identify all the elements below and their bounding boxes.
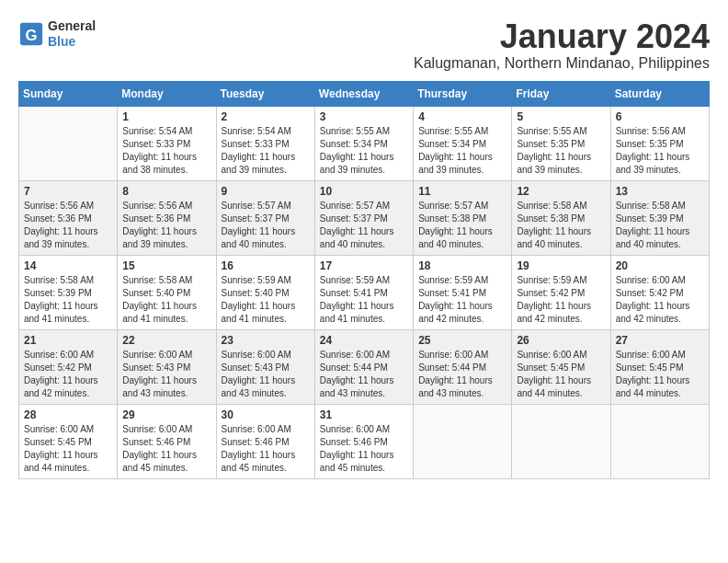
day-detail: Sunrise: 5:54 AMSunset: 5:33 PMDaylight:… (222, 125, 310, 177)
day-number: 15 (122, 259, 210, 272)
day-number: 8 (122, 185, 210, 198)
calendar-cell (512, 404, 610, 478)
calendar-week-row: 7Sunrise: 5:56 AMSunset: 5:36 PMDaylight… (19, 180, 710, 255)
day-detail: Sunrise: 6:00 AMSunset: 5:44 PMDaylight:… (418, 349, 506, 400)
logo-general: General (48, 18, 96, 34)
calendar-table: SundayMondayTuesdayWednesdayThursdayFrid… (18, 81, 710, 479)
day-detail: Sunrise: 5:58 AMSunset: 5:40 PMDaylight:… (122, 274, 210, 326)
calendar-cell: 30Sunrise: 6:00 AMSunset: 5:46 PMDayligh… (216, 404, 314, 478)
day-number: 16 (222, 259, 310, 272)
day-detail: Sunrise: 6:00 AMSunset: 5:45 PMDaylight:… (24, 423, 112, 475)
calendar-cell: 21Sunrise: 6:00 AMSunset: 5:42 PMDayligh… (19, 329, 118, 404)
day-detail: Sunrise: 5:58 AMSunset: 5:39 PMDaylight:… (616, 200, 704, 251)
calendar-cell: 29Sunrise: 6:00 AMSunset: 5:46 PMDayligh… (118, 404, 216, 478)
svg-text:G: G (25, 26, 37, 43)
calendar-cell (610, 404, 709, 478)
page-header: G General Blue January 2024 Kalugmanan, … (18, 18, 710, 72)
day-number: 9 (222, 185, 310, 198)
calendar-cell: 20Sunrise: 6:00 AMSunset: 5:42 PMDayligh… (610, 255, 709, 329)
calendar-cell: 31Sunrise: 6:00 AMSunset: 5:46 PMDayligh… (314, 404, 413, 478)
calendar-cell: 28Sunrise: 6:00 AMSunset: 5:45 PMDayligh… (19, 404, 118, 478)
day-detail: Sunrise: 5:57 AMSunset: 5:38 PMDaylight:… (418, 200, 506, 251)
day-number: 10 (320, 185, 408, 198)
calendar-cell: 7Sunrise: 5:56 AMSunset: 5:36 PMDaylight… (19, 180, 118, 255)
calendar-cell (19, 106, 118, 180)
calendar-subtitle: Kalugmanan, Northern Mindanao, Philippin… (414, 55, 710, 72)
day-detail: Sunrise: 6:00 AMSunset: 5:46 PMDaylight:… (122, 423, 210, 475)
day-number: 4 (418, 110, 506, 123)
calendar-cell: 22Sunrise: 6:00 AMSunset: 5:43 PMDayligh… (118, 329, 216, 404)
header-day-tuesday: Tuesday (216, 81, 314, 106)
day-detail: Sunrise: 5:56 AMSunset: 5:36 PMDaylight:… (24, 200, 112, 251)
day-number: 7 (24, 185, 112, 198)
day-number: 18 (418, 259, 506, 272)
day-number: 12 (517, 185, 605, 198)
header-day-monday: Monday (118, 81, 216, 106)
calendar-cell: 18Sunrise: 5:59 AMSunset: 5:41 PMDayligh… (414, 255, 512, 329)
calendar-cell: 15Sunrise: 5:58 AMSunset: 5:40 PMDayligh… (118, 255, 216, 329)
day-detail: Sunrise: 5:57 AMSunset: 5:37 PMDaylight:… (320, 200, 408, 251)
day-number: 17 (320, 259, 408, 272)
calendar-week-row: 21Sunrise: 6:00 AMSunset: 5:42 PMDayligh… (19, 329, 710, 404)
day-number: 23 (222, 334, 310, 347)
day-detail: Sunrise: 5:59 AMSunset: 5:42 PMDaylight:… (517, 274, 605, 326)
calendar-cell: 23Sunrise: 6:00 AMSunset: 5:43 PMDayligh… (216, 329, 314, 404)
calendar-cell: 4Sunrise: 5:55 AMSunset: 5:34 PMDaylight… (414, 106, 512, 180)
day-detail: Sunrise: 5:55 AMSunset: 5:34 PMDaylight:… (320, 125, 408, 177)
day-number: 29 (122, 408, 210, 421)
day-detail: Sunrise: 6:00 AMSunset: 5:46 PMDaylight:… (222, 423, 310, 475)
day-number: 14 (24, 259, 112, 272)
day-number: 22 (122, 334, 210, 347)
day-detail: Sunrise: 6:00 AMSunset: 5:42 PMDaylight:… (616, 274, 704, 326)
calendar-cell (414, 404, 512, 478)
logo-icon: G (18, 21, 44, 47)
day-detail: Sunrise: 6:00 AMSunset: 5:45 PMDaylight:… (616, 349, 704, 400)
title-area: January 2024 Kalugmanan, Northern Mindan… (414, 18, 710, 72)
calendar-cell: 19Sunrise: 5:59 AMSunset: 5:42 PMDayligh… (512, 255, 610, 329)
header-day-thursday: Thursday (414, 81, 512, 106)
header-row: SundayMondayTuesdayWednesdayThursdayFrid… (19, 81, 710, 106)
calendar-cell: 27Sunrise: 6:00 AMSunset: 5:45 PMDayligh… (610, 329, 709, 404)
day-number: 19 (517, 259, 605, 272)
calendar-cell: 12Sunrise: 5:58 AMSunset: 5:38 PMDayligh… (512, 180, 610, 255)
day-detail: Sunrise: 5:58 AMSunset: 5:39 PMDaylight:… (24, 274, 112, 326)
day-detail: Sunrise: 5:55 AMSunset: 5:35 PMDaylight:… (517, 125, 605, 177)
day-number: 5 (517, 110, 605, 123)
calendar-week-row: 1Sunrise: 5:54 AMSunset: 5:33 PMDaylight… (19, 106, 710, 180)
logo-blue: Blue (48, 34, 96, 50)
calendar-cell: 1Sunrise: 5:54 AMSunset: 5:33 PMDaylight… (118, 106, 216, 180)
day-number: 3 (320, 110, 408, 123)
day-number: 31 (320, 408, 408, 421)
day-detail: Sunrise: 5:59 AMSunset: 5:41 PMDaylight:… (418, 274, 506, 326)
calendar-cell: 9Sunrise: 5:57 AMSunset: 5:37 PMDaylight… (216, 180, 314, 255)
day-detail: Sunrise: 6:00 AMSunset: 5:43 PMDaylight:… (222, 349, 310, 400)
header-day-saturday: Saturday (610, 81, 709, 106)
calendar-cell: 16Sunrise: 5:59 AMSunset: 5:40 PMDayligh… (216, 255, 314, 329)
day-detail: Sunrise: 5:59 AMSunset: 5:41 PMDaylight:… (320, 274, 408, 326)
day-number: 1 (122, 110, 210, 123)
calendar-cell: 8Sunrise: 5:56 AMSunset: 5:36 PMDaylight… (118, 180, 216, 255)
header-day-wednesday: Wednesday (314, 81, 413, 106)
day-detail: Sunrise: 5:56 AMSunset: 5:36 PMDaylight:… (122, 200, 210, 251)
header-day-friday: Friday (512, 81, 610, 106)
day-number: 27 (616, 334, 704, 347)
calendar-cell: 2Sunrise: 5:54 AMSunset: 5:33 PMDaylight… (216, 106, 314, 180)
calendar-cell: 14Sunrise: 5:58 AMSunset: 5:39 PMDayligh… (19, 255, 118, 329)
day-number: 28 (24, 408, 112, 421)
day-number: 2 (222, 110, 310, 123)
calendar-cell: 24Sunrise: 6:00 AMSunset: 5:44 PMDayligh… (314, 329, 413, 404)
calendar-cell: 10Sunrise: 5:57 AMSunset: 5:37 PMDayligh… (314, 180, 413, 255)
calendar-cell: 5Sunrise: 5:55 AMSunset: 5:35 PMDaylight… (512, 106, 610, 180)
day-number: 20 (616, 259, 704, 272)
calendar-cell: 6Sunrise: 5:56 AMSunset: 5:35 PMDaylight… (610, 106, 709, 180)
day-detail: Sunrise: 5:57 AMSunset: 5:37 PMDaylight:… (222, 200, 310, 251)
day-detail: Sunrise: 6:00 AMSunset: 5:44 PMDaylight:… (320, 349, 408, 400)
day-number: 26 (517, 334, 605, 347)
calendar-cell: 26Sunrise: 6:00 AMSunset: 5:45 PMDayligh… (512, 329, 610, 404)
day-number: 21 (24, 334, 112, 347)
calendar-title: January 2024 (414, 18, 710, 55)
day-detail: Sunrise: 5:56 AMSunset: 5:35 PMDaylight:… (616, 125, 704, 177)
day-number: 24 (320, 334, 408, 347)
day-number: 11 (418, 185, 506, 198)
day-number: 13 (616, 185, 704, 198)
